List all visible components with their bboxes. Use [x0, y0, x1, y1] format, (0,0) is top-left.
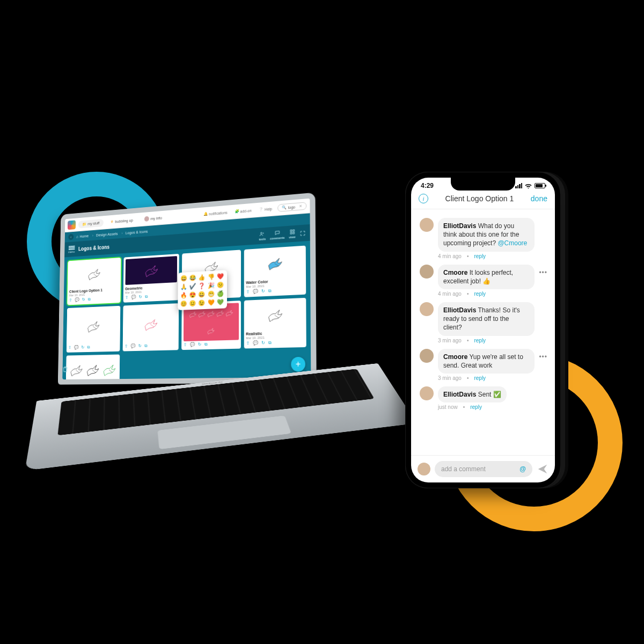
- reply-button[interactable]: reply: [474, 253, 486, 259]
- emoji-option[interactable]: 😉: [199, 299, 206, 307]
- emoji-option[interactable]: 🧡: [208, 299, 215, 306]
- breadcrumb-item[interactable]: Design Assets: [96, 231, 123, 237]
- share-icon[interactable]: ⇪: [246, 289, 250, 295]
- help-button[interactable]: ❔ Help: [257, 205, 274, 213]
- share-icon[interactable]: ⇪: [246, 341, 250, 346]
- comments-button[interactable]: comments: [270, 229, 284, 240]
- emoji-option[interactable]: 😬: [208, 290, 215, 298]
- emoji-option[interactable]: 👍: [199, 274, 206, 281]
- emoji-option[interactable]: 😕: [217, 281, 224, 289]
- emoji-option[interactable]: 😂: [189, 274, 197, 282]
- refresh-icon[interactable]: ↻: [82, 297, 85, 303]
- phone-header: i Client Logo Option 1 done: [411, 191, 555, 209]
- notifications-button[interactable]: 🔔 notifications: [201, 209, 230, 217]
- emoji-option[interactable]: 😀: [199, 291, 206, 298]
- avatar: [420, 386, 434, 400]
- trash-button[interactable]: [62, 364, 70, 375]
- add-button[interactable]: +: [291, 357, 305, 372]
- emoji-option[interactable]: 🔥: [180, 291, 188, 298]
- addon-button[interactable]: 🧩 add-on: [232, 207, 253, 215]
- reply-button[interactable]: reply: [474, 338, 486, 343]
- asset-card[interactable]: ⇪ 💬 ↻ ⧉: [122, 303, 179, 351]
- asset-card[interactable]: RealisticMar 10, 2021 ⇪ 💬 ↻ ⧉: [244, 298, 306, 349]
- copy-icon[interactable]: ⧉: [88, 297, 91, 302]
- back-button[interactable]: ‹: [68, 234, 74, 240]
- refresh-icon[interactable]: ↻: [198, 342, 202, 347]
- comment-input[interactable]: add a comment @: [435, 461, 532, 477]
- emoji-option[interactable]: ❓: [199, 282, 206, 290]
- card-actions: ⇪ 💬 ↻ ⧉: [68, 344, 118, 350]
- refresh-icon[interactable]: ↻: [138, 295, 142, 300]
- emoji-option[interactable]: 😊: [180, 300, 188, 307]
- tools-button[interactable]: tools: [259, 231, 266, 241]
- card-comment-icon[interactable]: 💬: [131, 295, 136, 300]
- more-button[interactable]: •••: [539, 269, 547, 276]
- asset-card[interactable]: ⇪ 💬 ↻ ⧉: [67, 306, 120, 353]
- refresh-icon[interactable]: ↻: [261, 289, 265, 295]
- message-time: just now: [438, 404, 458, 410]
- card-comment-icon[interactable]: 💬: [75, 297, 79, 303]
- mention-button[interactable]: @: [519, 465, 526, 473]
- emoji-option[interactable]: ✔️: [189, 283, 197, 290]
- card-comment-icon[interactable]: 💬: [74, 345, 79, 350]
- chat-thread[interactable]: ElliotDavis What do you think about this…: [411, 209, 555, 455]
- view-button[interactable]: view: [289, 229, 295, 239]
- svg-rect-1: [290, 230, 292, 231]
- chat-message: Cmoore It looks perfect, excellent job! …: [413, 261, 553, 299]
- emoji-option[interactable]: 😄: [180, 275, 188, 282]
- menu-button[interactable]: menu: [68, 245, 75, 253]
- emoji-option[interactable]: 🍏: [217, 290, 224, 297]
- emoji-option[interactable]: 💚: [217, 298, 224, 306]
- asset-card[interactable]: GeometricMar 10, 2021 ⇪ 💬 ↻ ⧉: [123, 254, 179, 303]
- card-comment-icon[interactable]: 💬: [253, 340, 258, 346]
- info-button[interactable]: i: [419, 194, 428, 203]
- asset-card[interactable]: Water ColorMar 10, 2021 ⇪ 💬 ↻ ⧉: [244, 246, 306, 297]
- copy-icon[interactable]: ⧉: [204, 342, 208, 347]
- tab-my-info[interactable]: my info: [140, 213, 166, 223]
- reply-button[interactable]: reply: [474, 291, 486, 297]
- emoji-option[interactable]: 👎: [208, 273, 215, 281]
- emoji-picker[interactable]: 😄😂👍👎❤️🙏✔️❓🎉😕🔥😍😀😬🍏😊😐😉🧡💚: [178, 270, 227, 310]
- breadcrumb-home[interactable]: ⌂ Home: [76, 233, 93, 239]
- asset-card[interactable]: Turn to Color ⇪ 💬 ↻ ⧉: [65, 354, 119, 379]
- copy-icon[interactable]: ⧉: [87, 345, 90, 350]
- refresh-icon[interactable]: ↻: [138, 343, 141, 349]
- home-icon: ⌂: [76, 234, 78, 239]
- avatar: [420, 349, 434, 363]
- refresh-icon[interactable]: ↻: [261, 340, 265, 346]
- share-icon[interactable]: ⇪: [68, 345, 71, 350]
- emoji-option[interactable]: 😍: [189, 291, 197, 299]
- emoji-option[interactable]: ❤️: [217, 273, 224, 280]
- tab-bubbling-up[interactable]: ⚘ bubbling up: [106, 216, 137, 226]
- emoji-option[interactable]: 😐: [189, 299, 197, 306]
- card-comment-icon[interactable]: 💬: [190, 342, 195, 348]
- reply-button[interactable]: reply: [474, 375, 486, 381]
- breadcrumb-item[interactable]: Logos & Icons: [126, 229, 152, 235]
- send-button[interactable]: [537, 463, 548, 475]
- tab-my-stuff[interactable]: 📁 my stuff: [78, 218, 104, 228]
- copy-icon[interactable]: ⧉: [268, 340, 271, 346]
- card-comment-icon[interactable]: 💬: [130, 343, 135, 349]
- copy-icon[interactable]: ⧉: [145, 294, 148, 299]
- done-button[interactable]: done: [531, 194, 547, 203]
- emoji-option[interactable]: 🙏: [180, 283, 188, 291]
- emoji-option[interactable]: 🎉: [208, 282, 215, 289]
- share-icon[interactable]: ⇪: [184, 342, 187, 348]
- mention[interactable]: @Cmoore: [497, 239, 527, 247]
- phone-notch: [451, 178, 515, 191]
- share-icon[interactable]: ⇪: [125, 295, 128, 301]
- card-comment-icon[interactable]: 💬: [253, 289, 258, 295]
- refresh-icon[interactable]: ↻: [81, 345, 84, 350]
- expand-button[interactable]: [299, 230, 305, 236]
- close-icon[interactable]: ✕: [299, 204, 302, 209]
- share-icon[interactable]: ⇪: [125, 344, 128, 349]
- asset-card[interactable]: Client Logo Option 1Mar 10, 2021 ⇪ 💬 ↻ ⧉: [67, 258, 121, 305]
- more-button[interactable]: •••: [539, 353, 547, 361]
- copy-icon[interactable]: ⧉: [268, 288, 271, 294]
- laptop-screen: 📁 my stuff ⚘ bubbling up my info 🔔 notif…: [62, 199, 311, 379]
- reply-button[interactable]: reply: [470, 404, 482, 410]
- share-icon[interactable]: ⇪: [69, 298, 72, 303]
- phone-device: 4:29 i Client Logo Option 1 done ElliotD…: [405, 172, 561, 488]
- copy-icon[interactable]: ⧉: [144, 343, 147, 349]
- search-input[interactable]: 🔍 logo ✕: [277, 202, 306, 212]
